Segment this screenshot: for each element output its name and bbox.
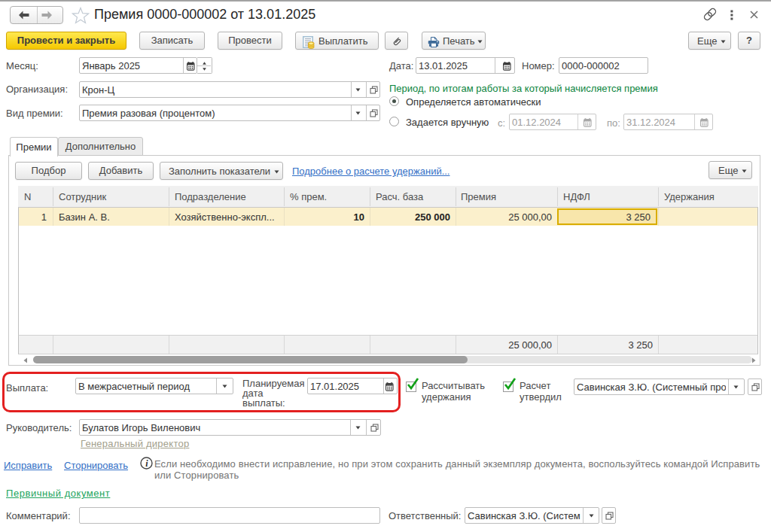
svg-text:i: i [145, 458, 148, 469]
